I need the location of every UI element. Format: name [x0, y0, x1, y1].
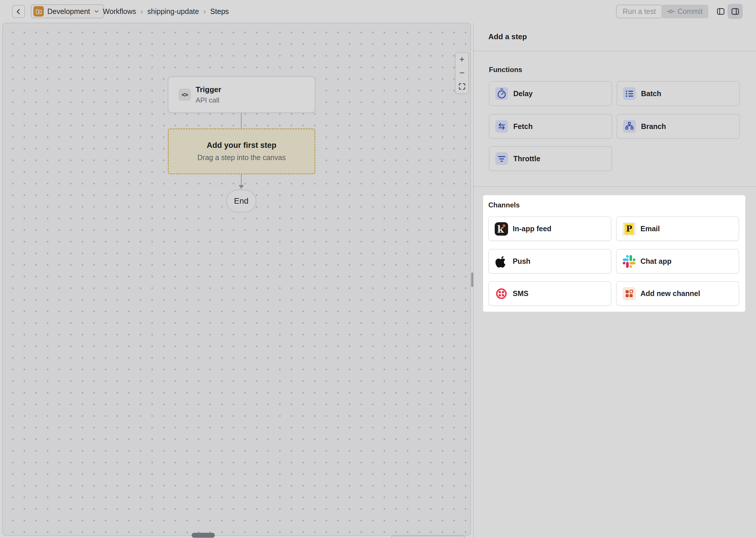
fit-view-button[interactable] [455, 80, 468, 93]
connector-line [241, 174, 242, 186]
function-card-branch[interactable]: Branch [617, 114, 740, 139]
function-card-delay[interactable]: Delay [489, 81, 612, 106]
git-commit-icon [667, 8, 675, 15]
dropzone-title: Add your first step [207, 141, 276, 150]
zoom-out-button[interactable]: − [455, 66, 468, 80]
connector-arrowhead-icon [239, 185, 244, 189]
toggle-controls-button[interactable]: Toggle controls K [391, 536, 466, 538]
twilio-logo-icon [495, 287, 508, 300]
environment-folder-icon [33, 6, 44, 17]
trigger-node[interactable]: <> Trigger API call [168, 77, 315, 113]
commit-button[interactable]: Commit [661, 5, 708, 18]
channel-card-sms[interactable]: SMS [488, 281, 611, 306]
breadcrumb-workflows[interactable]: Workflows [103, 7, 136, 16]
slack-logo-icon [623, 255, 636, 268]
stopwatch-icon [495, 87, 508, 100]
panel-section-divider [474, 186, 756, 187]
breadcrumb-separator: › [203, 7, 206, 16]
channel-card-email[interactable]: P Email [616, 216, 739, 241]
knock-dot [502, 224, 505, 227]
functions-section-label: Functions [489, 66, 522, 74]
commit-label: Commit [678, 7, 703, 16]
channel-card-push[interactable]: Push [488, 249, 611, 274]
apple-logo-icon [495, 255, 508, 268]
canvas-zoom-controls: + − [455, 52, 469, 94]
sidebar-left-icon [716, 7, 725, 16]
arrows-swap-icon [495, 120, 508, 133]
toolbar-divider [708, 5, 708, 18]
sitemap-icon [623, 120, 636, 133]
run-a-test-button[interactable]: Run a test [616, 5, 663, 18]
chevron-left-icon [15, 8, 23, 15]
breadcrumb: Workflows › shipping-update › Steps [103, 0, 229, 23]
horizontal-scrollbar[interactable] [192, 533, 215, 538]
function-card-batch[interactable]: Batch [617, 81, 740, 106]
breadcrumb-current-page: Steps [210, 7, 229, 16]
channels-section-label: Channels [488, 201, 520, 209]
channels-section-spotlight: Channels k In-app feed P Email Push [483, 195, 745, 312]
channel-card-add-new[interactable]: Add new channel [616, 281, 739, 306]
function-card-fetch[interactable]: Fetch [489, 114, 612, 139]
channel-card-in-app-feed[interactable]: k In-app feed [488, 216, 611, 241]
channel-card-chat-app[interactable]: Chat app [616, 249, 739, 274]
code-brackets-icon: <> [178, 88, 191, 101]
chevron-down-icon [93, 8, 100, 15]
knock-logo-icon: k [495, 222, 508, 236]
fit-view-icon [458, 82, 466, 90]
vertical-scrollbar[interactable] [471, 273, 473, 287]
breadcrumb-separator: › [141, 7, 143, 16]
top-bar: Development Workflows › shipping-update … [0, 0, 756, 23]
trigger-node-subtitle: API call [196, 96, 221, 104]
list-icon [623, 87, 636, 100]
workflow-canvas[interactable]: <> Trigger API call Add your first step … [2, 23, 471, 536]
environment-selector[interactable]: Development [31, 4, 104, 18]
panel-title: Add a step [488, 32, 527, 41]
toggle-left-panel-button[interactable] [714, 5, 727, 18]
function-card-throttle[interactable]: Throttle [489, 146, 612, 171]
trigger-node-title: Trigger [196, 85, 221, 94]
panel-header: Add a step [474, 23, 756, 51]
environment-label: Development [47, 7, 90, 16]
zoom-in-button[interactable]: + [455, 53, 468, 66]
add-first-step-dropzone[interactable]: Add your first step Drag a step into the… [168, 129, 315, 174]
filter-lines-icon [495, 152, 508, 165]
connector-line [241, 113, 242, 129]
sidebar-right-icon [731, 7, 740, 16]
postmark-logo-icon: P [623, 222, 636, 236]
back-button[interactable] [12, 5, 25, 18]
dropzone-subtitle: Drag a step into the canvas [197, 153, 286, 162]
add-channel-blocks-icon [623, 287, 636, 300]
toggle-right-panel-button[interactable] [728, 4, 743, 19]
breadcrumb-workflow-name[interactable]: shipping-update [148, 7, 199, 16]
end-node[interactable]: End [226, 190, 256, 212]
trigger-node-text: Trigger API call [196, 85, 221, 104]
